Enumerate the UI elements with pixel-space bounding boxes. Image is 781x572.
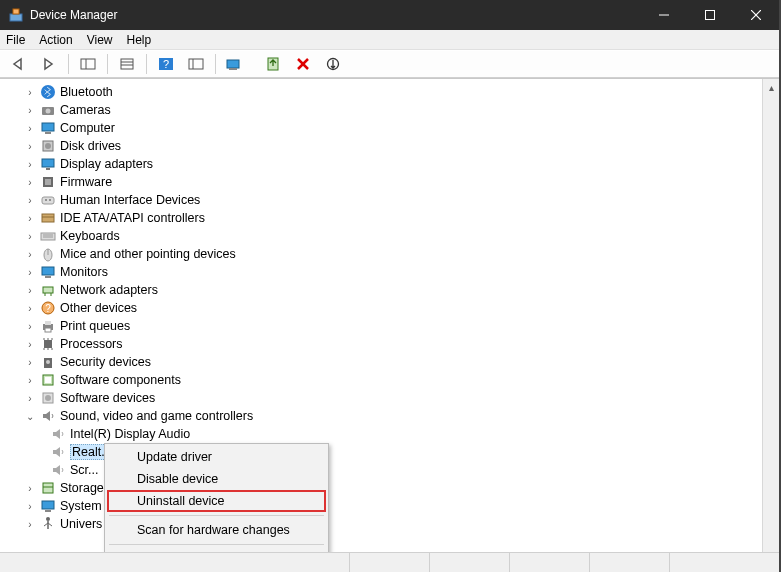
context-menu: Update driverDisable deviceUninstall dev… bbox=[104, 443, 329, 552]
menu-action[interactable]: Action bbox=[39, 33, 72, 47]
usb-icon bbox=[40, 516, 56, 532]
tree-item[interactable]: ›Computer bbox=[0, 119, 762, 137]
audio-icon bbox=[50, 462, 66, 478]
back-button[interactable] bbox=[7, 53, 31, 75]
tree-child-item[interactable]: Intel(R) Display Audio bbox=[0, 425, 762, 443]
help-button[interactable]: ? bbox=[154, 53, 178, 75]
chevron-right-icon[interactable]: › bbox=[24, 122, 36, 134]
statusbar bbox=[0, 552, 779, 572]
security-icon bbox=[40, 354, 56, 370]
tree-item-label: Scr... bbox=[70, 463, 98, 477]
bluetooth-icon bbox=[40, 84, 56, 100]
maximize-button[interactable] bbox=[687, 0, 733, 30]
app-icon bbox=[8, 7, 24, 23]
tree-item[interactable]: ›IDE ATA/ATAPI controllers bbox=[0, 209, 762, 227]
scroll-up-icon[interactable]: ▴ bbox=[763, 79, 779, 96]
tree-item[interactable]: ›?Other devices bbox=[0, 299, 762, 317]
vertical-scrollbar[interactable]: ▴ bbox=[762, 79, 779, 552]
tree-item[interactable]: ›Monitors bbox=[0, 263, 762, 281]
chevron-right-icon[interactable]: › bbox=[24, 284, 36, 296]
tree-item[interactable]: ›Mice and other pointing devices bbox=[0, 245, 762, 263]
chevron-right-icon[interactable]: › bbox=[24, 158, 36, 170]
chevron-right-icon[interactable]: › bbox=[24, 248, 36, 260]
tree-item[interactable]: ⌄Sound, video and game controllers bbox=[0, 407, 762, 425]
tree-item[interactable]: ›Cameras bbox=[0, 101, 762, 119]
svg-rect-51 bbox=[45, 328, 51, 332]
tree-item[interactable]: ›Processors bbox=[0, 335, 762, 353]
ide-icon bbox=[40, 210, 56, 226]
context-menu-item[interactable]: Update driver bbox=[107, 446, 326, 468]
chevron-right-icon[interactable]: › bbox=[24, 86, 36, 98]
uninstall-button[interactable] bbox=[291, 53, 315, 75]
cpu-icon bbox=[40, 336, 56, 352]
update-driver-button[interactable] bbox=[261, 53, 285, 75]
chevron-down-icon[interactable]: ⌄ bbox=[24, 410, 36, 422]
chevron-right-icon[interactable]: › bbox=[24, 518, 36, 530]
svg-rect-68 bbox=[45, 510, 51, 512]
disk-icon bbox=[40, 138, 56, 154]
chevron-right-icon[interactable]: › bbox=[24, 230, 36, 242]
chevron-right-icon[interactable]: › bbox=[24, 104, 36, 116]
chevron-right-icon[interactable]: › bbox=[24, 482, 36, 494]
svg-point-33 bbox=[45, 199, 47, 201]
menu-view[interactable]: View bbox=[87, 33, 113, 47]
context-menu-item[interactable]: Properties bbox=[107, 548, 326, 552]
tree-item[interactable]: ›Disk drives bbox=[0, 137, 762, 155]
chevron-right-icon[interactable]: › bbox=[24, 140, 36, 152]
menubar: File Action View Help bbox=[0, 30, 779, 50]
svg-point-69 bbox=[46, 517, 50, 521]
tree-item[interactable]: ›Software devices bbox=[0, 389, 762, 407]
properties-button[interactable] bbox=[115, 53, 139, 75]
tree-item[interactable]: ›Display adapters bbox=[0, 155, 762, 173]
forward-button[interactable] bbox=[37, 53, 61, 75]
mouse-icon bbox=[40, 246, 56, 262]
context-menu-item[interactable]: Uninstall device bbox=[107, 490, 326, 512]
toolbar: ? bbox=[0, 50, 779, 78]
context-menu-item[interactable]: Scan for hardware changes bbox=[107, 519, 326, 541]
svg-rect-52 bbox=[44, 340, 52, 348]
chevron-right-icon[interactable]: › bbox=[24, 338, 36, 350]
tree-item[interactable]: ›Software components bbox=[0, 371, 762, 389]
svg-rect-28 bbox=[42, 159, 54, 167]
tree-item[interactable]: ›Security devices bbox=[0, 353, 762, 371]
tree-item[interactable]: ›Network adapters bbox=[0, 281, 762, 299]
tree-item[interactable]: ›Firmware bbox=[0, 173, 762, 191]
chevron-right-icon[interactable]: › bbox=[24, 194, 36, 206]
svg-rect-42 bbox=[42, 267, 54, 275]
storage-icon bbox=[40, 480, 56, 496]
minimize-button[interactable] bbox=[641, 0, 687, 30]
tree-item[interactable]: ›Keyboards bbox=[0, 227, 762, 245]
chevron-right-icon[interactable]: › bbox=[24, 392, 36, 404]
chevron-right-icon[interactable]: › bbox=[24, 212, 36, 224]
scan-hardware-button[interactable] bbox=[223, 53, 247, 75]
enable-button[interactable] bbox=[321, 53, 345, 75]
svg-rect-31 bbox=[45, 179, 51, 185]
chevron-right-icon[interactable]: › bbox=[24, 374, 36, 386]
chevron-right-icon[interactable]: › bbox=[24, 302, 36, 314]
other-icon: ? bbox=[40, 300, 56, 316]
menu-help[interactable]: Help bbox=[127, 33, 152, 47]
close-button[interactable] bbox=[733, 0, 779, 30]
firmware-icon bbox=[40, 174, 56, 190]
svg-rect-43 bbox=[45, 276, 51, 278]
action-button[interactable] bbox=[184, 53, 208, 75]
computer-icon bbox=[40, 120, 56, 136]
chevron-right-icon[interactable]: › bbox=[24, 266, 36, 278]
chevron-right-icon[interactable]: › bbox=[24, 356, 36, 368]
chevron-right-icon[interactable]: › bbox=[24, 176, 36, 188]
chevron-right-icon[interactable]: › bbox=[24, 500, 36, 512]
svg-text:?: ? bbox=[45, 303, 51, 314]
svg-rect-0 bbox=[10, 14, 22, 21]
tree-item[interactable]: ›Bluetooth bbox=[0, 83, 762, 101]
tree-item[interactable]: ›Print queues bbox=[0, 317, 762, 335]
show-hide-console-button[interactable] bbox=[76, 53, 100, 75]
tree-item-label: Univers bbox=[60, 517, 102, 531]
chevron-right-icon[interactable]: › bbox=[24, 320, 36, 332]
menu-file[interactable]: File bbox=[6, 33, 25, 47]
context-menu-separator bbox=[109, 544, 324, 545]
tree-item[interactable]: ›Human Interface Devices bbox=[0, 191, 762, 209]
context-menu-item[interactable]: Disable device bbox=[107, 468, 326, 490]
svg-point-60 bbox=[46, 360, 50, 364]
tree-item-label: Computer bbox=[60, 121, 115, 135]
svg-rect-6 bbox=[81, 59, 95, 69]
